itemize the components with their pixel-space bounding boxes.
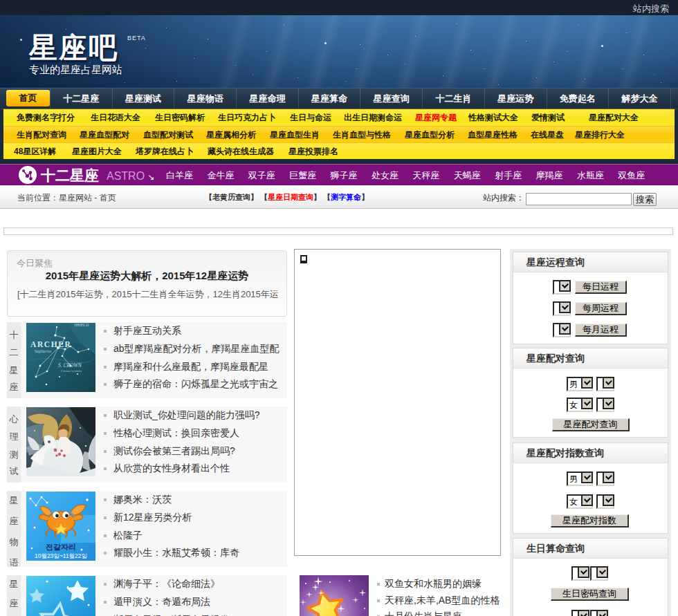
- svg-text:ARCHER: ARCHER: [30, 340, 71, 348]
- svg-text:Sagittarius: Sagittarius: [35, 349, 51, 353]
- svg-text:10월23일~11월22일: 10월23일~11월22일: [35, 552, 87, 559]
- svg-text:Corona Australis: Corona Australis: [61, 369, 82, 373]
- svg-text:전갈자리: 전갈자리: [46, 543, 76, 551]
- svg-text:SHIELD: SHIELD: [74, 323, 89, 327]
- svg-text:S. CROWN: S. CROWN: [58, 362, 82, 368]
